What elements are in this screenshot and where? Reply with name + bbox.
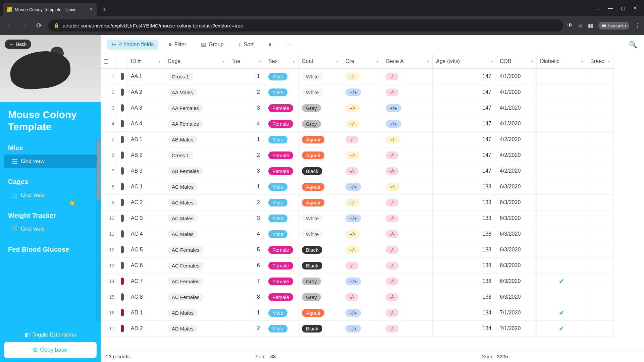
- diabetic-cell[interactable]: [537, 258, 587, 274]
- cre-cell[interactable]: +/-: [342, 116, 382, 132]
- color-cell[interactable]: [117, 100, 127, 116]
- sex-cell[interactable]: Female: [265, 163, 299, 179]
- sex-cell[interactable]: Female: [265, 258, 299, 274]
- id-cell[interactable]: AC 2: [127, 195, 164, 210]
- cre-cell[interactable]: +/+: [342, 210, 382, 226]
- row-number[interactable]: 8: [101, 179, 117, 195]
- sex-cell[interactable]: Male: [265, 132, 299, 147]
- sex-cell[interactable]: Male: [265, 305, 299, 321]
- close-tab-icon[interactable]: ×: [90, 6, 93, 12]
- gene-a-cell[interactable]: -/-: [382, 242, 433, 258]
- color-cell[interactable]: [117, 132, 127, 147]
- hidden-fields-button[interactable]: ⦵ 4 hidden fields: [107, 40, 158, 50]
- cage-cell[interactable]: AC Males: [164, 226, 228, 242]
- gene-a-cell[interactable]: +/+: [382, 116, 433, 132]
- cre-cell[interactable]: +/-: [342, 69, 382, 84]
- id-cell[interactable]: AB 2: [127, 147, 164, 163]
- column-header[interactable]: Toe▾: [228, 54, 265, 69]
- column-header[interactable]: Diabetic▾: [537, 54, 587, 69]
- group-button[interactable]: ▤ Group: [197, 40, 227, 50]
- coat-cell[interactable]: Black: [299, 242, 342, 258]
- breed-cell[interactable]: [587, 84, 614, 100]
- toe-cell[interactable]: 2: [228, 84, 265, 100]
- row-number[interactable]: 2: [101, 84, 117, 100]
- coat-cell[interactable]: White: [299, 226, 342, 242]
- sex-cell[interactable]: Male: [265, 195, 299, 210]
- sex-cell[interactable]: Male: [265, 179, 299, 195]
- diabetic-cell[interactable]: [537, 84, 587, 100]
- breed-cell[interactable]: [587, 321, 614, 337]
- cage-cell[interactable]: AC Females: [164, 258, 228, 274]
- chevron-down-icon[interactable]: ▾: [491, 59, 493, 64]
- breed-cell[interactable]: [587, 305, 614, 321]
- id-cell[interactable]: AC 4: [127, 226, 164, 242]
- coat-cell[interactable]: Grey: [299, 100, 342, 116]
- toe-cell[interactable]: 1: [228, 132, 265, 147]
- gene-a-cell[interactable]: -/-: [382, 305, 433, 321]
- column-header[interactable]: Gene A▾: [382, 54, 433, 69]
- color-cell[interactable]: [117, 116, 127, 132]
- chevron-down-icon[interactable]: ▾: [427, 59, 429, 64]
- id-cell[interactable]: AC 8: [127, 289, 164, 305]
- dob-cell[interactable]: 6/3/2020: [496, 226, 537, 242]
- toggle-extensions-button[interactable]: ◧ Toggle Extensions: [4, 327, 97, 342]
- gene-a-cell[interactable]: -/-: [382, 147, 433, 163]
- row-number[interactable]: 10: [101, 210, 117, 226]
- breed-cell[interactable]: [587, 69, 614, 84]
- toe-cell[interactable]: 8: [228, 289, 265, 305]
- column-header[interactable]: Cage▾: [164, 54, 228, 69]
- chevron-down-icon[interactable]: ▾: [293, 59, 295, 64]
- search-icon[interactable]: 🔍: [629, 41, 637, 49]
- age-cell[interactable]: 134: [433, 305, 496, 321]
- breed-cell[interactable]: [587, 100, 614, 116]
- grid-scroll[interactable]: ID #▾Cage▾Toe▾Sex▾Coat▾Cre▾Gene A▾Age (w…: [101, 54, 644, 351]
- coat-cell[interactable]: Black: [299, 258, 342, 274]
- sex-cell[interactable]: Female: [265, 100, 299, 116]
- toe-cell[interactable]: 4: [228, 226, 265, 242]
- cre-cell[interactable]: +/+: [342, 321, 382, 337]
- cage-cell[interactable]: AC Females: [164, 274, 228, 289]
- coat-cell[interactable]: White: [299, 69, 342, 84]
- tab-dropdown-icon[interactable]: ⌄: [596, 5, 600, 11]
- diabetic-cell[interactable]: [537, 195, 587, 210]
- cre-cell[interactable]: -/-: [342, 258, 382, 274]
- sex-cell[interactable]: Female: [265, 116, 299, 132]
- age-cell[interactable]: 147: [433, 116, 496, 132]
- age-cell[interactable]: 138: [433, 226, 496, 242]
- cage-cell[interactable]: AC Males: [164, 210, 228, 226]
- cage-cell[interactable]: AB Males: [164, 132, 228, 147]
- age-cell[interactable]: 138: [433, 195, 496, 210]
- age-cell[interactable]: 147: [433, 100, 496, 116]
- row-number[interactable]: 7: [101, 163, 117, 179]
- diabetic-cell[interactable]: [537, 116, 587, 132]
- id-cell[interactable]: AC 6: [127, 258, 164, 274]
- row-number[interactable]: 15: [101, 289, 117, 305]
- breed-cell[interactable]: [587, 179, 614, 195]
- toe-cell[interactable]: 6: [228, 258, 265, 274]
- cage-cell[interactable]: AD Males: [164, 321, 228, 337]
- dob-cell[interactable]: 6/3/2020: [496, 274, 537, 289]
- sort-button[interactable]: ↕ Sort: [234, 40, 258, 50]
- cage-cell[interactable]: Cross 1: [164, 69, 228, 84]
- gene-a-cell[interactable]: -/-: [382, 210, 433, 226]
- color-cell[interactable]: [117, 305, 127, 321]
- row-number[interactable]: 4: [101, 116, 117, 132]
- chevron-down-icon[interactable]: ▾: [581, 59, 583, 64]
- column-header[interactable]: Cre▾: [342, 54, 382, 69]
- dob-cell[interactable]: 4/2/2020: [496, 147, 537, 163]
- toe-cell[interactable]: 3: [228, 163, 265, 179]
- sidebar-table-mice[interactable]: Mice: [0, 139, 101, 155]
- color-cell[interactable]: [117, 321, 127, 337]
- breed-cell[interactable]: [587, 195, 614, 210]
- coat-cell[interactable]: Agouti: [299, 147, 342, 163]
- id-cell[interactable]: AB 1: [127, 132, 164, 147]
- row-number[interactable]: 3: [101, 100, 117, 116]
- row-number[interactable]: 9: [101, 195, 117, 210]
- column-header[interactable]: Sex▾: [265, 54, 299, 69]
- back-icon[interactable]: ←: [4, 20, 15, 31]
- row-number[interactable]: 11: [101, 226, 117, 242]
- coat-cell[interactable]: Grey: [299, 289, 342, 305]
- row-number[interactable]: 16: [101, 305, 117, 321]
- row-number[interactable]: 5: [101, 132, 117, 147]
- breed-cell[interactable]: [587, 147, 614, 163]
